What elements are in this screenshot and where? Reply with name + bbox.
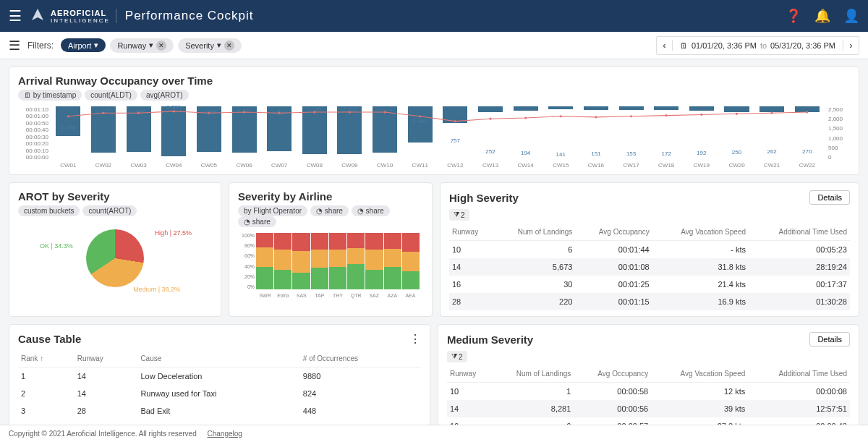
account-icon[interactable]: 👤 — [843, 8, 859, 24]
highsev-details-button[interactable]: Details — [809, 190, 850, 205]
table-row[interactable]: 214Runway used for Taxi824 — [18, 385, 421, 402]
bar-col[interactable]: 2,090 — [192, 106, 227, 161]
x-tick: CW16 — [579, 161, 614, 169]
col-header[interactable]: Avg Occupancy — [574, 365, 651, 383]
bell-icon[interactable]: 🔔 — [814, 8, 830, 24]
table-row[interactable]: 328Bad Exit448 — [18, 402, 421, 420]
panel-arot-by-severity: AROT by Severity custom bucketscount(ARO… — [9, 182, 221, 317]
bar-col[interactable]: 252 — [473, 106, 509, 161]
bar-col[interactable]: 757 — [438, 106, 473, 161]
footer-changelog-link[interactable]: Changelog — [208, 430, 242, 438]
bar-col[interactable]: 2,200 — [332, 106, 367, 161]
col-header[interactable]: Avg Vacation Speed — [652, 224, 749, 241]
date-prev-icon[interactable]: ‹ — [657, 40, 673, 51]
bar-value: 252 — [485, 148, 495, 155]
col-header[interactable]: Num of Landings — [491, 365, 574, 383]
col-header[interactable]: Num of Landings — [493, 224, 575, 241]
date-next-icon[interactable]: › — [843, 40, 859, 51]
table-row[interactable]: 114Low Deceleration9880 — [18, 367, 421, 386]
stacked-bar-col[interactable] — [292, 233, 310, 289]
col-header[interactable]: Avg Occupancy — [575, 224, 652, 241]
table-cell: 3 — [18, 402, 75, 420]
stacked-bar-col[interactable] — [256, 233, 273, 289]
bar-col[interactable]: 270 — [789, 106, 825, 161]
stacked-bar-col[interactable] — [274, 233, 292, 289]
filter-chip-runway[interactable]: Runway ▾ ✕ — [110, 38, 174, 53]
date-range-value[interactable]: 🗓 01/01/20, 3:36 PM to 05/31/20, 3:36 PM — [673, 41, 843, 50]
pill[interactable]: ◔ share — [238, 216, 276, 227]
bar-col[interactable]: 250 — [719, 106, 754, 161]
bar-line-chart[interactable]: 00:01:1000:01:0000:00:5000:00:4000:00:30… — [51, 106, 825, 161]
bar — [443, 106, 467, 123]
pill[interactable]: avg(AROT) — [140, 90, 189, 101]
bar-col[interactable]: 153 — [613, 106, 649, 161]
help-icon[interactable]: ❓ — [786, 8, 801, 24]
chevron-down-icon: ▾ — [94, 41, 98, 50]
table-row[interactable]: 10600:01:44- kts00:05:23 — [449, 241, 850, 259]
table-cell: 14 — [447, 400, 491, 417]
bar-col[interactable]: 151 — [579, 106, 614, 161]
bar-col[interactable]: 141 — [543, 106, 579, 161]
filter-chip-severity[interactable]: Severity ▾ ✕ — [178, 38, 242, 53]
bar-col[interactable]: 2,147 — [367, 106, 403, 161]
close-icon[interactable]: ✕ — [156, 41, 166, 51]
stacked-bar-col[interactable] — [329, 233, 346, 289]
bar-col[interactable]: 1,663 — [402, 106, 438, 161]
stacked-bar-col[interactable] — [402, 233, 420, 289]
close-icon[interactable]: ✕ — [224, 41, 234, 51]
bar-col[interactable]: 2,305 — [156, 106, 192, 161]
stacked-bar-col[interactable] — [347, 233, 365, 289]
hamburger-icon[interactable]: ☰ — [9, 7, 22, 25]
bar-col[interactable]: 2,054 — [262, 106, 297, 161]
bar-col[interactable]: 2,095 — [121, 106, 156, 161]
pie-chart[interactable]: High | 27.5% Medium | 38.2% OK | 34.3% — [18, 222, 212, 294]
col-header[interactable]: # of Occurrences — [300, 350, 421, 367]
col-header[interactable]: Additional Time Used — [748, 365, 850, 383]
filter-chip-airport[interactable]: Airport ▾ — [61, 38, 106, 52]
bar-col[interactable]: 172 — [649, 106, 684, 161]
footer: Copyright © 2021 Aeroficial Intelligence… — [0, 425, 868, 442]
table-row[interactable]: 2822000:01:1516.9 kts01:30:28 — [449, 293, 850, 310]
bar-col[interactable]: 194 — [508, 106, 543, 161]
col-header[interactable]: Rank ↑ — [18, 350, 75, 367]
bar-col[interactable]: 1,378 — [51, 106, 86, 161]
stacked-bar-chart[interactable]: 100%80%60%40%20%0% SWREWGSASTAPTHYQTRSAZ… — [256, 233, 423, 298]
table-row[interactable]: 10100:00:5812 kts00:00:08 — [447, 383, 850, 401]
pill[interactable]: 🗓 by timestamp — [18, 90, 82, 101]
date-to-label: to — [760, 41, 767, 50]
bar-col[interactable]: 2,132 — [226, 106, 262, 161]
col-header[interactable]: Runway — [75, 350, 138, 367]
table-row[interactable]: 163000:01:2521.4 kts00:17:37 — [449, 276, 850, 293]
pill[interactable]: by Flight Operator — [238, 205, 307, 216]
col-header[interactable]: Runway — [447, 365, 491, 383]
date-range-picker[interactable]: ‹ 🗓 01/01/20, 3:36 PM to 05/31/20, 3:36 … — [656, 36, 859, 55]
y-tick: 40% — [244, 264, 255, 269]
bar — [514, 106, 538, 111]
medsev-details-button[interactable]: Details — [809, 332, 850, 347]
col-header[interactable]: Cause — [137, 350, 299, 367]
pill[interactable]: ◔ share — [352, 205, 390, 216]
col-header[interactable]: Additional Time Used — [749, 224, 850, 241]
table-row[interactable]: 148,28100:00:5639 kts12:57:51 — [447, 400, 850, 417]
x-tick: QTR — [347, 293, 365, 298]
medsev-filter-chip[interactable]: ⧩2 — [447, 351, 467, 362]
col-header[interactable]: Avg Vacation Speed — [651, 365, 748, 383]
bar-col[interactable]: 2,189 — [297, 106, 332, 161]
col-header[interactable]: Runway — [449, 224, 493, 241]
bar-col[interactable]: 262 — [754, 106, 790, 161]
bar-col[interactable]: 2,137 — [86, 106, 122, 161]
highsev-filter-chip[interactable]: ⧩2 — [449, 209, 469, 221]
bar-value: 192 — [697, 150, 706, 156]
calendar-icon: 🗓 — [680, 41, 688, 50]
pill[interactable]: ◔ share — [310, 205, 349, 216]
bar-col[interactable]: 192 — [684, 106, 720, 161]
pill[interactable]: count(AROT) — [82, 205, 137, 216]
pill[interactable]: custom buckets — [18, 205, 80, 216]
kebab-icon[interactable]: ⋮ — [409, 332, 421, 346]
stacked-bar-col[interactable] — [384, 233, 401, 289]
stacked-bar-col[interactable] — [311, 233, 328, 289]
table-row[interactable]: 145,67300:01:0831.8 kts28:19:24 — [449, 258, 850, 276]
stacked-bar-col[interactable] — [365, 233, 383, 289]
pill[interactable]: count(ALDT) — [85, 90, 137, 101]
filter-menu-icon[interactable]: ☰ — [9, 38, 20, 54]
